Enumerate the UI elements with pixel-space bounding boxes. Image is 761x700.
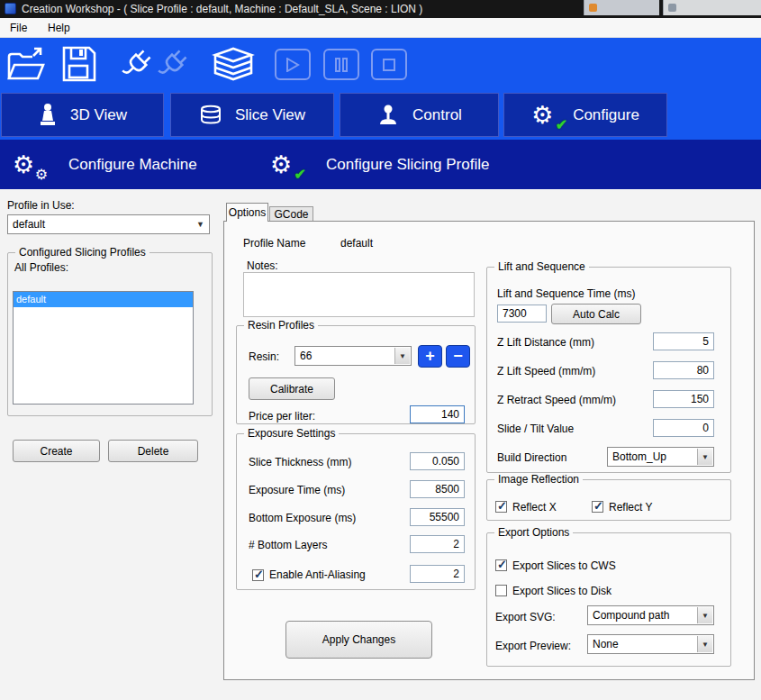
notes-textarea[interactable] — [243, 272, 475, 317]
export-preview-select[interactable]: None ▼ — [587, 634, 714, 654]
resin-label: Resin: — [249, 350, 279, 363]
open-file-button[interactable] — [5, 46, 45, 87]
reflect-y-checkbox[interactable] — [592, 501, 603, 513]
z-lift-speed-input[interactable] — [653, 361, 714, 379]
connect-button[interactable] — [119, 46, 153, 87]
export-preview-label: Export Preview: — [495, 640, 571, 652]
resin-select[interactable]: 66 ▼ — [294, 346, 412, 366]
play-button[interactable] — [275, 49, 311, 80]
z-retract-speed-label: Z Retract Speed (mm/m) — [497, 394, 616, 406]
image-reflection-group-title: Image Reflection — [494, 473, 583, 486]
slice-button[interactable] — [210, 46, 257, 87]
lift-sequence-group-title: Lift and Sequence — [494, 260, 589, 273]
resin-profiles-group-title: Resin Profiles — [244, 319, 318, 332]
menu-file[interactable]: File — [2, 18, 35, 38]
create-profile-button[interactable]: Create — [13, 440, 100, 462]
tab-control[interactable]: Control — [340, 93, 499, 137]
reflect-x-checkbox[interactable] — [495, 501, 507, 513]
tab-configure-slicing-profile-label: Configure Slicing Profile — [326, 156, 489, 174]
title-bar[interactable]: Creation Workshop - ( Slice Profile : de… — [0, 0, 761, 18]
image-reflection-group: Image Reflection — [486, 479, 731, 521]
save-button[interactable] — [61, 45, 97, 86]
disconnect-icon — [155, 46, 189, 84]
export-cws-label: Export Slices to CWS — [512, 559, 616, 572]
configured-profiles-group-title: Configured Slicing Profiles — [15, 246, 149, 259]
bottom-layers-input[interactable] — [410, 535, 465, 553]
delete-profile-button[interactable]: Delete — [108, 440, 198, 462]
exposure-time-input[interactable] — [410, 480, 465, 498]
background-window-fragment — [663, 0, 761, 15]
tab-control-label: Control — [412, 106, 462, 124]
export-preview-value: None — [593, 638, 619, 650]
profile-list-item-selected[interactable]: default — [14, 292, 193, 307]
tab-options[interactable]: Options — [226, 203, 268, 222]
build-direction-select[interactable]: Bottom_Up ▼ — [607, 447, 714, 467]
price-per-liter-input[interactable] — [410, 405, 465, 423]
anti-aliasing-checkbox[interactable] — [252, 569, 264, 581]
open-file-icon — [5, 46, 45, 84]
tab-configure-slicing-profile[interactable]: ⚙ ✔ Configure Slicing Profile — [270, 140, 489, 189]
menu-help[interactable]: Help — [40, 18, 78, 38]
exposure-time-label: Exposure Time (ms) — [249, 484, 345, 496]
save-icon — [61, 45, 97, 83]
app-icon — [5, 3, 16, 14]
lift-sequence-time-label: Lift and Sequence Time (ms) — [497, 287, 635, 300]
add-resin-button[interactable]: + — [418, 345, 442, 368]
creation-workshop-window: Creation Workshop - ( Slice Profile : de… — [0, 0, 761, 700]
chevron-down-icon: ▼ — [193, 216, 208, 232]
menu-bar: File Help — [0, 18, 761, 38]
resin-value: 66 — [300, 350, 312, 362]
window-title: Creation Workshop - ( Slice Profile : de… — [22, 3, 422, 15]
toolbar — [0, 38, 761, 91]
remove-resin-button[interactable]: − — [446, 345, 470, 368]
export-disk-checkbox[interactable] — [495, 585, 507, 596]
green-check-icon: ✔ — [294, 166, 306, 183]
export-disk-label: Export Slices to Disk — [512, 585, 612, 597]
profile-gear-icon: ⚙ ✔ — [270, 150, 299, 179]
auto-calc-button[interactable]: Auto Calc — [551, 304, 641, 324]
chevron-down-icon: ▼ — [697, 449, 712, 465]
disconnect-button[interactable] — [155, 46, 189, 87]
export-svg-label: Export SVG: — [495, 611, 556, 623]
calibrate-button[interactable]: Calibrate — [249, 377, 335, 400]
chevron-down-icon: ▼ — [697, 636, 712, 652]
stop-icon — [382, 58, 396, 72]
play-icon — [285, 58, 300, 72]
tab-3d-view-label: 3D View — [70, 106, 127, 124]
stop-button[interactable] — [371, 49, 407, 80]
bottom-layers-label: # Bottom Layers — [249, 539, 327, 551]
slice-thickness-input[interactable] — [410, 452, 465, 470]
apply-changes-button[interactable]: Apply Changes — [285, 621, 432, 659]
3d-object-icon — [38, 103, 58, 127]
slide-tilt-value-label: Slide / Tilt Value — [497, 423, 574, 435]
background-app-icon — [589, 4, 597, 12]
tab-slice-view-label: Slice View — [235, 106, 305, 124]
anti-aliasing-input[interactable] — [410, 565, 465, 583]
export-options-group-title: Export Options — [494, 526, 573, 539]
bottom-exposure-label: Bottom Exposure (ms) — [249, 512, 356, 524]
tab-3d-view[interactable]: 3D View — [1, 93, 164, 137]
z-lift-distance-label: Z Lift Distance (mm) — [497, 336, 594, 349]
main-nav: 3D View Slice View Control ⚙ — [0, 91, 761, 140]
exposure-settings-group-title: Exposure Settings — [244, 427, 339, 440]
z-retract-speed-input[interactable] — [653, 390, 714, 408]
export-svg-select[interactable]: Compound path ▼ — [587, 605, 714, 625]
slide-tilt-value-input[interactable] — [653, 419, 714, 437]
tab-configure-machine[interactable]: ⚙ ⚙ Configure Machine — [13, 140, 197, 189]
bottom-exposure-input[interactable] — [410, 508, 465, 526]
z-lift-distance-input[interactable] — [653, 332, 714, 350]
profile-in-use-select[interactable]: default ▼ — [7, 214, 210, 234]
joystick-icon — [376, 104, 400, 127]
tab-slice-view[interactable]: Slice View — [170, 93, 334, 137]
green-check-icon: ✔ — [556, 116, 567, 133]
pause-button[interactable] — [323, 49, 359, 80]
background-app-icon — [668, 4, 676, 12]
profiles-listbox[interactable]: default — [13, 291, 194, 405]
tab-configure[interactable]: ⚙ ✔ Configure — [503, 93, 667, 137]
notes-label: Notes: — [247, 259, 278, 272]
export-cws-checkbox[interactable] — [495, 559, 507, 571]
background-window-fragment — [584, 0, 659, 15]
tab-gcode[interactable]: GCode — [269, 206, 313, 221]
pause-icon — [334, 58, 349, 72]
lift-sequence-time-input[interactable] — [497, 305, 547, 323]
